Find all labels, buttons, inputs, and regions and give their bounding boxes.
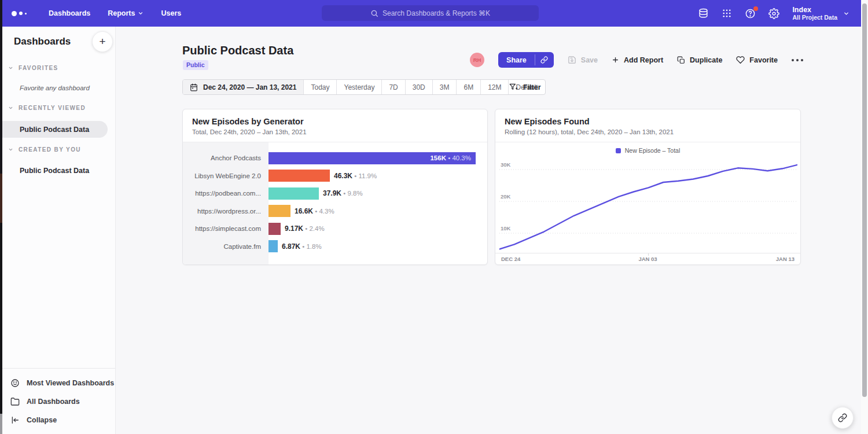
bar-category-label[interactable]: https://wordpress.or... xyxy=(183,208,269,215)
date-preset-12m[interactable]: 12M xyxy=(481,80,509,94)
x-axis: DEC 24JAN 03JAN 13 xyxy=(495,254,800,264)
bar-row: https://wordpress.or...16.6K • 4.3% xyxy=(183,203,487,220)
date-preset-30d[interactable]: 30D xyxy=(406,80,433,94)
favorite-button[interactable]: Favorite xyxy=(736,56,778,64)
filter-label: Filter xyxy=(523,83,541,91)
heart-icon xyxy=(736,56,745,64)
chevron-down-icon xyxy=(138,10,144,16)
bar-value: 46.3K • 11.9% xyxy=(334,172,377,180)
sidebar-title: Dashboards xyxy=(14,36,71,47)
bar-category-label[interactable]: https://podbean.com... xyxy=(183,190,269,197)
bar-value: 156K • 40.3% xyxy=(430,155,476,161)
section-favorites-label: FAVORITES xyxy=(19,65,58,71)
bar-row: Anchor Podcasts156K • 40.3% xyxy=(183,149,487,167)
nav-users-label: Users xyxy=(161,9,181,17)
apps-grid-icon[interactable] xyxy=(722,8,732,19)
scrollbar-track[interactable] xyxy=(861,0,868,434)
project-scope: All Project Data xyxy=(792,14,837,21)
more-options-button[interactable] xyxy=(792,59,803,61)
sidebar-item-label: Public Podcast Data xyxy=(20,167,89,175)
date-range-value: Dec 24, 2020 — Jan 13, 2021 xyxy=(203,83,296,91)
section-created-by-you-label: CREATED BY YOU xyxy=(19,146,81,153)
link-icon xyxy=(540,56,548,64)
date-preset-3m[interactable]: 3M xyxy=(433,80,457,94)
plus-icon xyxy=(612,56,619,64)
add-dashboard-button[interactable]: + xyxy=(92,31,113,52)
legend-label: New Episode – Total xyxy=(625,147,681,154)
project-switcher[interactable]: Index All Project Data xyxy=(792,6,849,21)
share-button[interactable]: Share xyxy=(498,52,554,68)
bar-category-label[interactable]: https://simplecast.com xyxy=(183,225,269,232)
filter-funnel-icon xyxy=(509,83,518,91)
most-viewed-dashboards-button[interactable]: Most Viewed Dashboards xyxy=(0,374,115,392)
share-button-label[interactable]: Share xyxy=(498,52,535,68)
scrollbar-thumb[interactable] xyxy=(862,3,867,397)
bar-row: https://simplecast.com9.17K • 2.4% xyxy=(183,220,487,238)
bar-category-label[interactable]: Captivate.fm xyxy=(183,243,269,250)
x-tick-label: DEC 24 xyxy=(501,256,520,262)
section-created-by-you[interactable]: CREATED BY YOU xyxy=(8,146,81,153)
filter-button[interactable]: Filter xyxy=(509,79,541,95)
sidebar-footer: Most Viewed Dashboards All Dashboards Co… xyxy=(0,368,115,434)
help-icon[interactable] xyxy=(745,8,756,19)
plot-area[interactable]: 30K20K10K xyxy=(495,158,800,253)
chevron-down-icon xyxy=(843,10,849,17)
share-link-button[interactable] xyxy=(535,52,554,68)
calendar-icon xyxy=(190,83,198,91)
y-tick-label: 30K xyxy=(501,161,510,168)
line-series[interactable] xyxy=(499,165,797,249)
date-preset-today[interactable]: Today xyxy=(304,80,337,94)
card-new-episodes-found: New Episodes Found Rolling (12 hours), t… xyxy=(495,109,801,265)
collapse-left-icon xyxy=(10,415,20,425)
sidebar-item-label: Public Podcast Data xyxy=(20,126,89,134)
search-input[interactable]: Search Dashboards & Reports ⌘K xyxy=(322,5,539,21)
save-icon xyxy=(568,56,576,64)
nav-dashboards-label: Dashboards xyxy=(49,9,90,17)
nav-dashboards[interactable]: Dashboards xyxy=(49,9,90,17)
search-placeholder: Search Dashboards & Reports ⌘K xyxy=(382,9,490,17)
bar-segment[interactable] xyxy=(269,240,278,252)
chart-legend[interactable]: New Episode – Total xyxy=(495,147,800,154)
sidebar-item-public-podcast-data[interactable]: Public Podcast Data xyxy=(0,164,89,178)
section-recently-viewed[interactable]: RECENTLY VIEWED xyxy=(8,105,86,111)
avatar[interactable]: RH xyxy=(470,53,484,67)
date-preset-7d[interactable]: 7D xyxy=(382,80,405,94)
date-range-picker[interactable]: Dec 24, 2020 — Jan 13, 2021 xyxy=(183,80,304,94)
bar-chart: Anchor Podcasts156K • 40.3%Libsyn WebEng… xyxy=(183,142,487,264)
plus-icon: + xyxy=(99,35,105,48)
sidebar-item-public-podcast-data-selected[interactable]: Public Podcast Data xyxy=(0,121,108,138)
card-new-episodes-by-generator: New Episodes by Generator Total, Dec 24t… xyxy=(182,109,488,265)
card-header[interactable]: New Episodes by Generator Total, Dec 24t… xyxy=(183,109,487,142)
date-preset-yesterday[interactable]: Yesterday xyxy=(337,80,382,94)
copy-icon xyxy=(677,56,685,64)
bar-segment[interactable]: 156K • 40.3% xyxy=(269,152,476,164)
bar-category-label[interactable]: Libsyn WebEngine 2.0 xyxy=(183,172,269,179)
date-range-bar: Dec 24, 2020 — Jan 13, 2021 TodayYesterd… xyxy=(182,79,546,95)
bar-segment[interactable] xyxy=(269,205,290,217)
section-recently-viewed-label: RECENTLY VIEWED xyxy=(19,105,86,111)
section-favorites[interactable]: FAVORITES xyxy=(8,65,58,71)
bar-segment[interactable] xyxy=(269,170,330,182)
app-logo[interactable] xyxy=(12,11,31,16)
data-sources-icon[interactable] xyxy=(698,8,709,19)
nav-reports[interactable]: Reports xyxy=(108,9,144,17)
card-header[interactable]: New Episodes Found Rolling (12 hours), t… xyxy=(495,109,800,142)
folder-icon xyxy=(10,397,20,406)
collapse-sidebar-button[interactable]: Collapse xyxy=(0,411,115,429)
all-dashboards-button[interactable]: All Dashboards xyxy=(0,392,115,411)
desktop-edge-strip xyxy=(0,0,2,434)
date-preset-6m[interactable]: 6M xyxy=(457,80,481,94)
bar-segment[interactable] xyxy=(269,223,281,235)
duplicate-button[interactable]: Duplicate xyxy=(677,56,722,64)
all-dashboards-label: All Dashboards xyxy=(27,398,80,406)
bar-segment[interactable] xyxy=(269,187,319,200)
chevron-down-icon xyxy=(8,147,13,152)
search-icon xyxy=(370,9,378,17)
settings-gear-icon[interactable] xyxy=(768,8,779,19)
top-nav: Dashboards Reports Users Search Dashboar… xyxy=(0,0,861,27)
save-button[interactable]: Save xyxy=(568,56,598,64)
copy-link-fab[interactable] xyxy=(832,407,854,429)
add-report-button[interactable]: Add Report xyxy=(612,56,663,64)
nav-users[interactable]: Users xyxy=(161,9,181,17)
bar-category-label[interactable]: Anchor Podcasts xyxy=(183,155,269,161)
